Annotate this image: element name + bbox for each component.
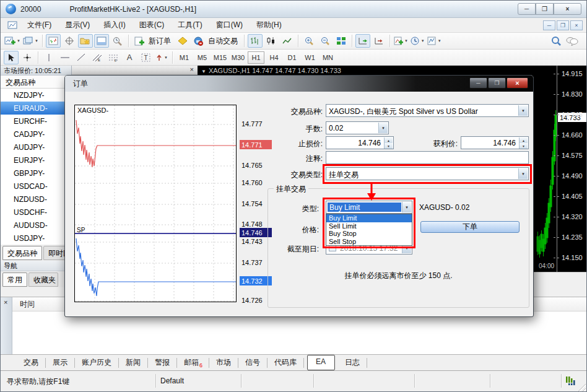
- timeframe-button[interactable]: MN: [320, 51, 336, 64]
- new-order-button[interactable]: [132, 34, 147, 48]
- symbol-row[interactable]: EURAUD-: [1, 102, 71, 115]
- data-window-button[interactable]: [62, 34, 77, 48]
- symbol-row[interactable]: GBPJPY-: [1, 167, 71, 180]
- terminal-tab[interactable]: 警报: [148, 357, 177, 368]
- terminal-tab[interactable]: 市场: [209, 357, 238, 368]
- chart-shift-button[interactable]: [372, 34, 386, 48]
- menu-help[interactable]: 帮助(H): [250, 18, 289, 32]
- zoom-out-button[interactable]: [318, 34, 333, 48]
- close-button[interactable]: ×: [554, 3, 581, 15]
- tile-windows-button[interactable]: [334, 34, 349, 48]
- cursor-tool[interactable]: [4, 51, 19, 64]
- close-terminal-icon[interactable]: ×: [4, 298, 7, 306]
- dropdown-arrow-icon[interactable]: ▼: [378, 123, 388, 133]
- timeframe-button[interactable]: H4: [266, 51, 282, 64]
- timeframe-button[interactable]: D1: [284, 51, 300, 64]
- close-panel-icon[interactable]: ×: [190, 66, 194, 73]
- spinner-down-icon[interactable]: ▼: [519, 143, 528, 149]
- symbol-row[interactable]: AUDJPY-: [1, 141, 71, 154]
- stoploss-input[interactable]: 14.746▲▼: [326, 136, 394, 149]
- symbol-row[interactable]: USDCAD-: [1, 180, 71, 193]
- place-order-button[interactable]: 下单: [420, 221, 520, 233]
- templates-button[interactable]: [427, 34, 442, 48]
- symbol-row[interactable]: USDJPY-: [1, 232, 71, 245]
- tab-common[interactable]: 常用: [2, 272, 27, 287]
- resize-grip[interactable]: [576, 382, 586, 392]
- symbol-row[interactable]: NZDJPY-: [1, 89, 71, 102]
- terminal-tab[interactable]: 交易: [17, 357, 46, 368]
- child-minimize-button[interactable]: ─: [543, 20, 555, 30]
- tab-favorites[interactable]: 收藏夹: [28, 272, 58, 287]
- menu-window[interactable]: 窗口(W): [209, 18, 250, 32]
- timeframe-button[interactable]: W1: [302, 51, 318, 64]
- dialog-close-button[interactable]: ×: [507, 77, 528, 89]
- terminal-tab[interactable]: 新闻: [119, 357, 148, 368]
- terminal-tab[interactable]: 账户历史: [75, 357, 119, 368]
- equidistant-channel-tool[interactable]: E: [90, 51, 105, 64]
- zoom-in-button[interactable]: [302, 34, 316, 48]
- terminal-tab[interactable]: EA: [307, 355, 335, 370]
- vertical-line-tool[interactable]: [41, 51, 56, 64]
- spinner-up-icon[interactable]: ▲: [519, 137, 528, 143]
- takeprofit-input[interactable]: 14.746▲▼: [461, 136, 529, 149]
- new-chart-button[interactable]: [4, 34, 21, 48]
- dialog-restore-button[interactable]: ❐: [488, 77, 506, 89]
- symbol-select[interactable]: XAGUSD-, 白银美元 Spot Silver vs US Dollar▼: [326, 104, 529, 117]
- symbol-row[interactable]: USDCHF-: [1, 206, 71, 219]
- menu-charts[interactable]: 图表(C): [133, 18, 172, 32]
- terminal-tab[interactable]: 信号: [238, 357, 267, 368]
- child-close-button[interactable]: ×: [570, 20, 583, 30]
- periods-button[interactable]: [410, 34, 425, 48]
- text-label-tool[interactable]: T: [138, 51, 153, 64]
- navigator-toggle[interactable]: [78, 34, 93, 48]
- auto-scroll-button[interactable]: [355, 34, 370, 48]
- line-chart-button[interactable]: [280, 34, 295, 48]
- arrows-tool[interactable]: [154, 51, 169, 64]
- menu-file[interactable]: 文件(F): [20, 18, 58, 32]
- child-restore-button[interactable]: ❐: [557, 20, 569, 30]
- minimize-button[interactable]: ─: [518, 3, 536, 15]
- timeframe-button[interactable]: M30: [230, 51, 246, 64]
- crosshair-tool[interactable]: [20, 51, 35, 64]
- profiles-button[interactable]: [22, 34, 39, 48]
- autotrading-button[interactable]: [191, 34, 206, 48]
- restore-button[interactable]: ❐: [536, 3, 554, 15]
- new-order-label[interactable]: 新订单: [149, 36, 171, 46]
- horizontal-line-tool[interactable]: [58, 51, 72, 64]
- timeframe-button[interactable]: M5: [194, 51, 211, 64]
- symbol-row[interactable]: NZDUSD-: [1, 193, 71, 206]
- terminal-tab[interactable]: 代码库: [267, 357, 304, 368]
- menu-insert[interactable]: 插入(I): [97, 18, 132, 32]
- timeframe-button[interactable]: M15: [212, 51, 228, 64]
- metaeditor-button[interactable]: [175, 34, 190, 48]
- indicators-button[interactable]: [393, 34, 409, 48]
- trendline-tool[interactable]: [74, 51, 89, 64]
- terminal-tab[interactable]: 展示: [46, 357, 75, 368]
- dialog-title-bar[interactable]: 订单 ─ ❐ ×: [65, 76, 533, 92]
- dropdown-arrow-icon[interactable]: ▼: [518, 105, 528, 116]
- menu-tools[interactable]: 工具(T): [171, 18, 209, 32]
- autotrading-label[interactable]: 自动交易: [208, 36, 238, 46]
- search-button[interactable]: [549, 34, 563, 48]
- tab-symbols[interactable]: 交易品种: [2, 246, 42, 260]
- fibonacci-tool[interactable]: F: [106, 51, 121, 64]
- terminal-tab[interactable]: 日志: [338, 357, 367, 368]
- market-watch-toggle[interactable]: [46, 34, 61, 48]
- symbol-row[interactable]: CADJPY-: [1, 128, 71, 141]
- symbol-row[interactable]: AUDUSD-: [1, 219, 71, 232]
- bar-chart-button[interactable]: [248, 34, 263, 48]
- candlestick-chart-button[interactable]: [264, 34, 279, 48]
- price-scale[interactable]: 14.733 14.91514.83014.74514.66014.57514.…: [557, 66, 587, 272]
- tab-tick-chart[interactable]: 即时图表: [43, 246, 67, 260]
- text-tool[interactable]: A: [122, 51, 137, 64]
- symbol-row[interactable]: EURCHF-: [1, 115, 71, 128]
- timeframe-button[interactable]: M1: [176, 51, 193, 64]
- volume-select[interactable]: 0.02▼: [326, 121, 389, 134]
- chat-button[interactable]: [565, 34, 580, 48]
- menu-view[interactable]: 显示(V): [58, 18, 97, 32]
- symbol-row[interactable]: EURJPY-: [1, 154, 71, 167]
- terminal-tab[interactable]: 邮箱6: [177, 357, 209, 368]
- timeframe-button[interactable]: H1: [248, 51, 264, 64]
- comment-input[interactable]: [326, 151, 529, 164]
- dialog-minimize-button[interactable]: ─: [469, 77, 487, 89]
